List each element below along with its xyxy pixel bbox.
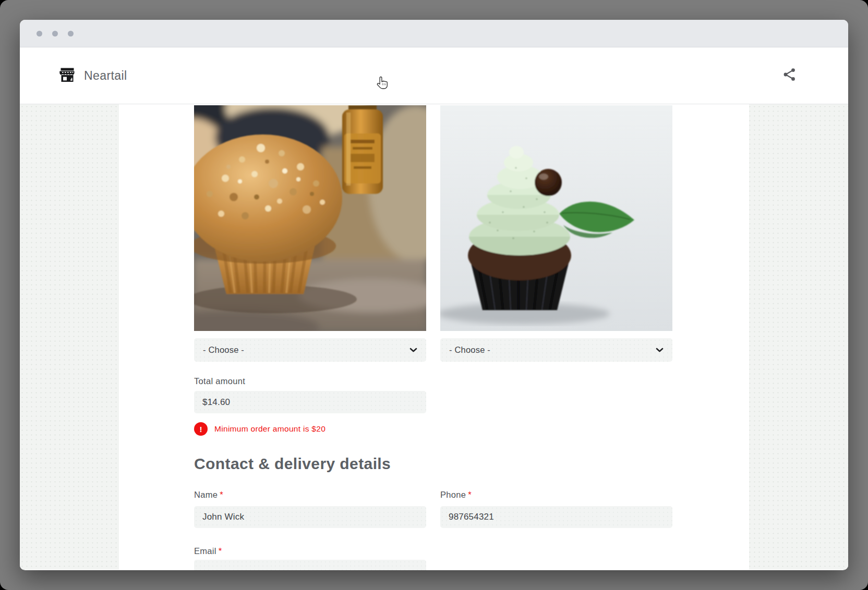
field-label-text: Phone xyxy=(440,490,466,499)
brand: Neartail xyxy=(59,67,127,84)
share-button[interactable] xyxy=(782,68,797,83)
cupcake-product-image xyxy=(440,105,672,331)
chevron-down-icon xyxy=(409,346,417,355)
product-card-muffin: - Choose - xyxy=(194,105,426,362)
error-message: Minimum order amount is $20 xyxy=(214,424,326,434)
window-dot[interactable] xyxy=(68,31,74,36)
window-dot[interactable] xyxy=(52,31,58,36)
browser-window: Neartail xyxy=(20,20,848,570)
select-value-label: - Choose - xyxy=(203,345,244,355)
field-label-text: Name xyxy=(194,490,218,499)
email-label: Email* xyxy=(194,546,426,556)
name-field-group: Name* John Wick xyxy=(194,490,426,528)
share-icon xyxy=(782,67,797,84)
form-background: - Choose - xyxy=(20,104,848,570)
phone-field-group: Phone* 987654321 xyxy=(440,490,672,528)
muffin-quantity-select[interactable]: - Choose - xyxy=(194,338,426,362)
field-label-text: Email xyxy=(194,546,216,556)
contact-fields-row: Name* John Wick Phone* 987654321 xyxy=(194,490,749,528)
name-label: Name* xyxy=(194,490,426,500)
product-card-cupcake: - Choose - xyxy=(440,105,672,362)
required-asterisk: * xyxy=(219,546,222,556)
window-chrome-bar xyxy=(20,20,848,47)
required-asterisk: * xyxy=(220,490,223,499)
app-header: Neartail xyxy=(20,47,848,104)
brand-name: Neartail xyxy=(84,69,127,83)
phone-label: Phone* xyxy=(440,490,672,500)
muffin-product-image xyxy=(194,105,426,331)
chevron-down-icon xyxy=(656,346,664,355)
contact-section-heading: Contact & delivery details xyxy=(194,455,749,473)
screenshot-page: Neartail xyxy=(0,0,868,590)
phone-input[interactable]: 987654321 xyxy=(440,506,672,528)
window-dot[interactable] xyxy=(37,31,42,36)
form-content: - Choose - xyxy=(119,104,749,570)
email-field-group: Email* xyxy=(194,546,426,570)
cupcake-quantity-select[interactable]: - Choose - xyxy=(440,338,672,362)
error-exclamation-icon: ! xyxy=(194,422,208,436)
total-amount-field[interactable]: $14.60 xyxy=(194,391,426,413)
select-value-label: - Choose - xyxy=(449,345,490,355)
minimum-order-error: ! Minimum order amount is $20 xyxy=(194,422,749,436)
product-row: - Choose - xyxy=(194,104,749,362)
total-amount-label: Total amount xyxy=(194,376,749,386)
required-asterisk: * xyxy=(468,490,472,499)
email-input[interactable] xyxy=(194,560,426,570)
storefront-icon xyxy=(59,67,76,84)
name-input[interactable]: John Wick xyxy=(194,506,426,528)
